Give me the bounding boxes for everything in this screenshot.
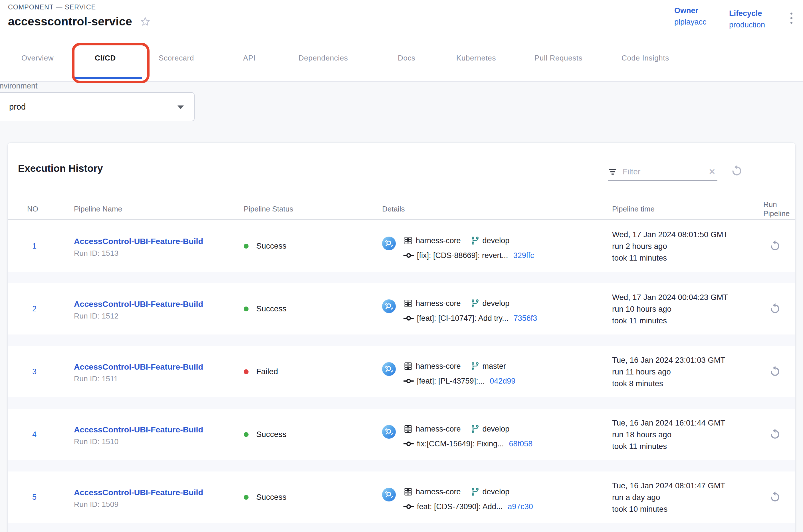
repository-icon <box>403 299 413 308</box>
pipeline-execution-icon[interactable] <box>382 362 396 376</box>
commit-sha-link[interactable]: 7356f3 <box>514 312 537 324</box>
active-tab-underline <box>75 77 142 79</box>
tab-pull-requests[interactable]: Pull Requests <box>534 43 582 73</box>
tab-scorecard[interactable]: Scorecard <box>159 43 194 73</box>
pipeline-name-link[interactable]: AccessControl-UBI-Feature-Build <box>74 299 244 309</box>
col-pipeline-time: Pipeline time <box>612 204 755 213</box>
tab-api[interactable]: API <box>243 43 256 73</box>
branch-icon <box>471 236 480 245</box>
repository-name: harness-core <box>416 423 461 435</box>
filter-input[interactable] <box>623 167 707 176</box>
filter-icon <box>608 167 617 177</box>
row-number-link[interactable]: 4 <box>27 430 37 439</box>
commit-icon <box>403 251 414 260</box>
branch-name: master <box>482 360 506 372</box>
commit-message: feat: [CDS-73090]: Add... <box>417 501 502 512</box>
table-header: NO Pipeline Name Pipeline Status Details… <box>8 198 795 219</box>
status-dot <box>244 306 249 311</box>
commit-sha-link[interactable]: 042d99 <box>490 375 515 387</box>
branch-name: develop <box>482 423 510 435</box>
tab-dependencies[interactable]: Dependencies <box>299 43 348 73</box>
tab-overview[interactable]: Overview <box>21 43 54 73</box>
pipeline-execution-icon[interactable] <box>382 488 396 501</box>
commit-sha-link[interactable]: a97c30 <box>508 501 533 512</box>
owner-label: Owner <box>674 6 707 15</box>
row-number-link[interactable]: 2 <box>27 305 37 313</box>
table-header-divider <box>8 219 795 220</box>
row-number-link[interactable]: 5 <box>27 493 37 501</box>
table-row: 1 AccessControl-UBI-Feature-Build Run ID… <box>8 220 795 272</box>
pipeline-execution-icon[interactable] <box>382 299 396 313</box>
run-pipeline-button[interactable] <box>769 240 781 252</box>
branch-name: develop <box>482 298 510 309</box>
run-id: Run ID: 1509 <box>74 500 244 509</box>
pipeline-execution-icon[interactable] <box>382 425 396 439</box>
status-label: Success <box>256 493 287 502</box>
environment-select[interactable]: prod <box>0 92 195 121</box>
row-number-link[interactable]: 3 <box>27 367 37 376</box>
status-label: Failed <box>256 367 278 376</box>
branch-name: develop <box>482 235 510 246</box>
filter-box: ✕ <box>608 164 718 180</box>
run-id: Run ID: 1513 <box>74 249 244 258</box>
run-pipeline-button[interactable] <box>769 491 781 504</box>
tab-docs[interactable]: Docs <box>398 43 416 73</box>
pipeline-timestamp: Wed, 17 Jan 2024 08:01:50 GMT <box>612 229 755 240</box>
pipeline-execution-icon[interactable] <box>382 236 396 250</box>
repository-icon <box>403 424 413 434</box>
commit-icon <box>403 439 414 448</box>
tab-kubernetes[interactable]: Kubernetes <box>456 43 496 73</box>
page-header: COMPONENT — SERVICE accesscontrol-servic… <box>0 0 803 82</box>
commit-message: [fix]: [CDS-88669]: revert... <box>417 250 508 261</box>
pipeline-timestamp: Wed, 17 Jan 2024 00:04:23 GMT <box>612 291 755 303</box>
commit-message: [feat]: [PL-43759]:... <box>417 375 484 387</box>
repository-name: harness-core <box>416 235 461 246</box>
owner-value-link[interactable]: plplayacc <box>674 18 707 26</box>
refresh-icon[interactable] <box>730 165 743 177</box>
environment-label: Environment <box>0 82 38 91</box>
status-dot <box>244 432 249 437</box>
col-run-pipeline: Run Pipeline <box>755 200 795 218</box>
branch-name: develop <box>482 486 510 497</box>
lifecycle-meta: Lifecycle production <box>729 9 765 30</box>
pipeline-run-ago: run 10 hours ago <box>612 303 755 315</box>
run-pipeline-button[interactable] <box>769 428 781 441</box>
favorite-star-icon[interactable] <box>139 16 151 27</box>
tab-code-insights[interactable]: Code Insights <box>622 43 669 73</box>
entity-kind-eyebrow: COMPONENT — SERVICE <box>8 3 96 11</box>
pipeline-timestamp: Tue, 16 Jan 2024 16:01:44 GMT <box>612 417 755 429</box>
status-label: Success <box>256 430 287 439</box>
pipeline-name-link[interactable]: AccessControl-UBI-Feature-Build <box>74 488 244 497</box>
clear-filter-icon[interactable]: ✕ <box>707 168 718 176</box>
pipeline-name-link[interactable]: AccessControl-UBI-Feature-Build <box>74 362 244 372</box>
execution-history-card: Execution History ✕ NO Pipeline Name Pip… <box>8 143 795 532</box>
table-row: 5 AccessControl-UBI-Feature-Build Run ID… <box>8 472 795 523</box>
more-options-kebab-icon[interactable] <box>789 12 794 25</box>
run-id: Run ID: 1512 <box>74 312 244 321</box>
repository-name: harness-core <box>416 298 461 309</box>
status-dot <box>244 495 249 500</box>
commit-sha-link[interactable]: 329ffc <box>513 250 534 261</box>
run-pipeline-button[interactable] <box>769 303 781 315</box>
table-row: 4 AccessControl-UBI-Feature-Build Run ID… <box>8 409 795 460</box>
commit-icon <box>403 314 414 323</box>
pipeline-duration: took 11 minutes <box>612 252 755 264</box>
status-label: Success <box>256 304 287 314</box>
repository-icon <box>403 361 413 371</box>
branch-icon <box>471 487 480 496</box>
col-details: Details <box>382 204 612 213</box>
execution-history-title: Execution History <box>18 163 103 174</box>
run-pipeline-button[interactable] <box>769 365 781 378</box>
commit-icon <box>403 502 414 511</box>
chevron-down-icon <box>177 105 184 109</box>
pipeline-name-link[interactable]: AccessControl-UBI-Feature-Build <box>74 425 244 434</box>
pipeline-duration: took 11 minutes <box>612 440 755 452</box>
run-id: Run ID: 1510 <box>74 437 244 446</box>
pipeline-name-link[interactable]: AccessControl-UBI-Feature-Build <box>74 236 244 246</box>
tabs: OverviewCI/CDScorecardAPIDependenciesDoc… <box>0 43 803 73</box>
pipeline-duration: took 10 minutes <box>612 503 755 515</box>
commit-sha-link[interactable]: 68f058 <box>509 438 533 450</box>
environment-selected-value: prod <box>0 102 26 112</box>
row-number-link[interactable]: 1 <box>27 242 37 250</box>
tab-ci-cd[interactable]: CI/CD <box>95 43 116 73</box>
